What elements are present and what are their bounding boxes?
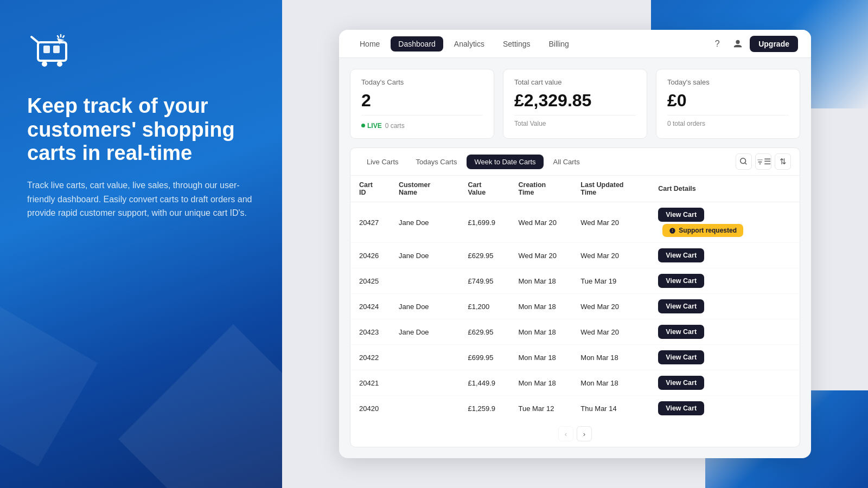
cell-updated: Mon Mar 18 [572,370,649,396]
table-row: 20423 Jane Doe £629.95 Mon Mar 18 Wed Ma… [350,319,800,345]
cell-value: £699.95 [459,345,509,370]
nav-bar: Home Dashboard Analytics Settings Billin… [339,30,811,58]
stat-card-todays-carts: Today's Carts 2 LIVE 0 carts [350,69,494,139]
svg-point-2 [57,61,62,67]
table-row: 20420 £1,259.9 Tue Mar 12 Thu Mar 14 Vie… [350,396,800,421]
col-header-name: Customer Name [390,176,459,202]
cell-name [390,268,459,294]
cell-id: 20420 [350,396,390,421]
cell-details: View Cart Support requested [649,202,800,242]
cell-name [390,396,459,421]
cell-details: View Cart [649,294,800,319]
cell-id: 20423 [350,319,390,345]
cell-updated: Wed Mar 20 [572,319,649,345]
cell-id: 20425 [350,268,390,294]
stats-row: Today's Carts 2 LIVE 0 carts Total cart … [339,58,811,147]
tab-all-carts[interactable]: All Carts [546,155,588,169]
table-section: Live Carts Todays Carts Week to Date Car… [350,147,800,447]
cart-icon [27,27,255,78]
cell-value: £629.95 [459,319,509,345]
cell-updated: Wed Mar 20 [572,243,649,268]
left-panel: Keep track of your customers' shopping c… [0,0,282,488]
cell-created: Mon Mar 18 [509,294,572,319]
svg-rect-3 [43,46,50,53]
nav-item-home[interactable]: Home [352,36,387,52]
tab-actions: ☰ ⇅ [736,153,791,170]
cell-id: 20426 [350,243,390,268]
pagination: ‹ › [350,421,800,447]
upgrade-button[interactable]: Upgrade [750,36,798,52]
cell-details: View Cart [649,345,800,370]
cell-updated: Mon Mar 18 [572,345,649,370]
carts-table: Cart ID Customer Name Cart Value Creatio… [350,176,800,421]
stat-label-total-value: Total cart value [514,78,636,86]
stat-value-todays-sales: £0 [667,91,789,111]
table-row: 20427 Jane Doe £1,699.9 Wed Mar 20 Wed M… [350,202,800,243]
view-cart-button[interactable]: View Cart [658,274,704,288]
stat-card-total-value: Total cart value £2,329.85 Total Value [503,69,647,139]
view-cart-button[interactable]: View Cart [658,350,704,364]
cell-details: View Cart [649,370,800,395]
sort-button[interactable]: ⇅ [775,153,791,170]
cell-name [390,345,459,370]
account-icon[interactable] [729,35,746,53]
view-cart-button[interactable]: View Cart [658,401,704,415]
nav-item-billing[interactable]: Billing [541,36,576,52]
tabs-bar: Live Carts Todays Carts Week to Date Car… [350,148,800,176]
cell-value: £1,259.9 [459,396,509,421]
tab-live-carts[interactable]: Live Carts [359,155,406,169]
view-cart-button[interactable]: View Cart [658,248,704,262]
nav-item-dashboard[interactable]: Dashboard [391,36,443,52]
table-row: 20426 Jane Doe £629.95 Wed Mar 20 Wed Ma… [350,243,800,268]
cell-details: View Cart [649,243,800,268]
table-row: 20424 Jane Doe £1,200 Mon Mar 18 Wed Mar… [350,294,800,319]
nav-item-settings[interactable]: Settings [495,36,538,52]
col-header-value: Cart Value [459,176,509,202]
svg-line-7 [63,36,64,37]
view-cart-button[interactable]: View Cart [658,325,704,339]
filter-button[interactable]: ☰ [755,153,771,170]
stat-label-todays-carts: Today's Carts [361,78,483,86]
stat-label-todays-sales: Today's sales [667,78,789,86]
tab-week-to-date[interactable]: Week to Date Carts [467,155,543,169]
svg-line-6 [58,36,59,37]
cell-details: View Cart [649,319,800,344]
view-cart-button[interactable]: View Cart [658,376,704,390]
stat-sub-todays-sales: 0 total orders [667,120,789,127]
cell-created: Mon Mar 18 [509,345,572,370]
stat-card-todays-sales: Today's sales £0 0 total orders [656,69,800,139]
stat-sub-total-value: Total Value [514,120,636,127]
view-cart-button[interactable]: View Cart [658,299,704,313]
nav-item-analytics[interactable]: Analytics [446,36,492,52]
live-dot [361,124,365,127]
next-page-button[interactable]: › [577,426,592,441]
view-cart-button[interactable]: View Cart [658,208,704,222]
cell-updated: Wed Mar 20 [572,294,649,319]
cell-created: Wed Mar 20 [509,202,572,243]
cell-name: Jane Doe [390,202,459,243]
live-badge: LIVE 0 carts [361,122,405,130]
stat-value-todays-carts: 2 [361,91,483,111]
svg-rect-0 [38,42,66,61]
cell-id: 20427 [350,202,390,243]
search-button[interactable] [736,153,752,170]
stat-value-total-value: £2,329.85 [514,91,636,111]
cell-value: £629.95 [459,243,509,268]
app-card: Home Dashboard Analytics Settings Billin… [339,30,811,458]
hero-title: Keep track of your customers' shopping c… [27,94,255,165]
svg-rect-4 [53,46,60,53]
cell-name [390,370,459,396]
prev-page-button[interactable]: ‹ [558,426,573,441]
cell-updated: Tue Mar 19 [572,268,649,294]
col-header-updated: Last Updated Time [572,176,649,202]
support-badge: Support requested [662,224,743,237]
cell-value: £1,200 [459,294,509,319]
cell-details: View Cart [649,268,800,293]
tab-todays-carts[interactable]: Todays Carts [409,155,465,169]
table-row: 20422 £699.95 Mon Mar 18 Mon Mar 18 View… [350,345,800,370]
cell-id: 20422 [350,345,390,370]
col-header-details: Cart Details [649,176,800,202]
cell-value: £749.95 [459,268,509,294]
help-icon[interactable]: ? [709,35,726,53]
cell-name: Jane Doe [390,319,459,345]
